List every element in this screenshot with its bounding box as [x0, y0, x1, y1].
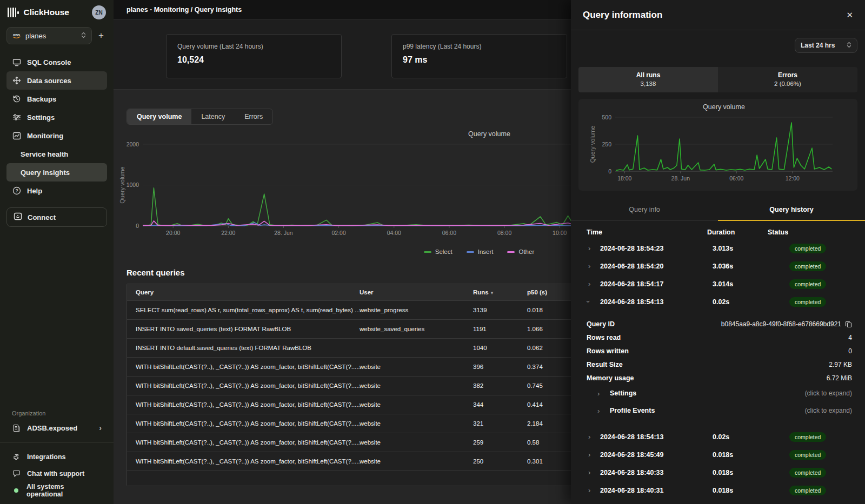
sidebar-item-query-insights[interactable]: Query insights: [6, 163, 107, 182]
query-id-value: b0845aa9-a8c9-49f0-8f68-e678669bd921: [721, 320, 841, 328]
query-cell: WITH bitShiftLeft(CAST(?..), _CAST(?..))…: [127, 382, 360, 389]
organization-item[interactable]: ADSB.exposed ›: [6, 419, 107, 437]
chevron-right-icon: ›: [597, 407, 610, 415]
card-value: 10,524: [177, 55, 330, 65]
svg-text:1000: 1000: [127, 182, 139, 188]
history-header-row: Time Duration Status: [578, 221, 857, 239]
svg-text:0: 0: [136, 223, 139, 229]
runs-cell: 344: [473, 401, 527, 408]
query-cell: WITH bitShiftLeft(CAST(?..), _CAST(?..))…: [127, 401, 360, 408]
svg-text:02:00: 02:00: [331, 230, 345, 236]
data-sources-icon: [12, 76, 21, 85]
query-cell: WITH bitShiftLeft(CAST(?..), _CAST(?..))…: [127, 364, 360, 370]
sidebar-item-monitoring[interactable]: Monitoring: [6, 126, 107, 145]
col-header-status: Status: [768, 229, 852, 236]
legend-label: Select: [435, 248, 453, 255]
copy-icon[interactable]: [845, 320, 852, 328]
settings-expandable[interactable]: › Settings (click to expand): [578, 385, 857, 402]
run-duration: 0.018s: [713, 487, 773, 494]
tab-query-history[interactable]: Query history: [718, 200, 865, 221]
time-range-value: Last 24 hrs: [801, 42, 835, 49]
status-dot-icon: [14, 488, 18, 493]
run-time: 2024-06-28 18:54:20: [600, 263, 713, 270]
time-range-select[interactable]: Last 24 hrs: [795, 38, 857, 53]
all-runs-tab[interactable]: All runs 3,138: [578, 67, 718, 92]
chevron-right-icon[interactable]: ›: [588, 468, 600, 476]
chat-support-item[interactable]: Chat with support: [6, 465, 107, 482]
sidebar-item-label: Settings: [27, 113, 55, 122]
stat-value: 3,138: [578, 80, 718, 87]
svg-text:0: 0: [608, 168, 611, 174]
status-badge: completed: [789, 261, 826, 271]
run-time: 2024-06-28 18:45:49: [600, 451, 713, 459]
svg-text:Query volume: Query volume: [119, 166, 125, 203]
chevron-right-icon[interactable]: ›: [588, 262, 600, 270]
workspace-name: planes: [25, 32, 46, 40]
run-duration: 0.018s: [713, 469, 773, 476]
run-time: 2024-06-28 18:54:23: [600, 245, 713, 252]
chevron-right-icon[interactable]: ›: [588, 244, 600, 252]
integrations-item[interactable]: Integrations: [6, 448, 107, 465]
legend-label: Insert: [478, 248, 494, 255]
mini-chart-svg[interactable]: 025050018:0028. Jun06:0012:00Query volum…: [584, 101, 838, 187]
insert-swatch-icon: [467, 251, 474, 253]
sidebar-item-sql-console[interactable]: SQL Console: [6, 53, 107, 71]
legend-item-other[interactable]: Other: [507, 248, 534, 255]
sliders-icon: [12, 113, 21, 121]
user-cell: website: [360, 364, 473, 370]
tab-query-info[interactable]: Query info: [571, 200, 718, 220]
result-size-row: Result Size 2.97 KB: [578, 358, 857, 371]
history-row[interactable]: › 2024-06-28 18:40:33 0.018s completed: [578, 463, 857, 481]
close-icon[interactable]: ✕: [846, 10, 853, 20]
history-row[interactable]: › 2024-06-28 18:54:13 0.02s completed: [578, 428, 857, 446]
tab-errors[interactable]: Errors: [235, 109, 272, 124]
sidebar-item-help[interactable]: ? Help: [6, 182, 107, 200]
col-header-query[interactable]: Query: [127, 289, 360, 295]
run-time: 2024-06-28 18:54:13: [600, 298, 713, 306]
history-row[interactable]: › 2024-06-28 18:54:23 3.013s completed: [578, 239, 857, 257]
chevron-right-icon: ›: [99, 424, 102, 432]
query-cell: WITH bitShiftLeft(CAST(?..), _CAST(?..))…: [127, 439, 360, 446]
sidebar-item-settings[interactable]: Settings: [6, 108, 107, 126]
runs-cell: 1191: [473, 326, 527, 332]
svg-text:aws: aws: [13, 33, 20, 37]
col-header-runs[interactable]: Runs▾: [473, 289, 527, 295]
history-row[interactable]: › 2024-06-28 18:54:17 3.014s completed: [578, 275, 857, 293]
chevron-updown-icon: [81, 32, 86, 40]
connect-button[interactable]: Connect: [6, 207, 107, 227]
status-badge: completed: [789, 468, 826, 478]
runs-cell: 321: [473, 420, 527, 427]
history-row[interactable]: › 2024-06-28 18:40:31 0.018s completed: [578, 481, 857, 499]
svg-text:10:00: 10:00: [553, 230, 567, 236]
sidebar-item-service-health[interactable]: Service health: [6, 145, 107, 163]
add-service-button[interactable]: +: [95, 30, 107, 41]
chevron-down-icon[interactable]: ›: [587, 298, 599, 306]
history-row[interactable]: › 2024-06-28 18:54:20 3.036s completed: [578, 257, 857, 275]
chevron-right-icon[interactable]: ›: [588, 433, 600, 441]
tab-query-volume[interactable]: Query volume: [127, 109, 191, 124]
user-cell: website_saved_queries: [360, 326, 473, 332]
svg-text:12:00: 12:00: [786, 175, 800, 182]
user-cell: website: [360, 439, 473, 446]
sidebar-item-data-sources[interactable]: Data sources: [6, 71, 107, 90]
legend-label: Other: [518, 248, 534, 255]
chevron-right-icon[interactable]: ›: [588, 451, 600, 459]
runs-cell: 1040: [473, 345, 527, 351]
system-status-item[interactable]: All systems operational: [6, 482, 107, 499]
legend-item-select[interactable]: Select: [424, 248, 453, 255]
errors-tab[interactable]: Errors 2 (0.06%): [718, 67, 857, 92]
avatar[interactable]: ZN: [92, 5, 106, 19]
chevron-right-icon[interactable]: ›: [588, 486, 600, 494]
sidebar-item-backups[interactable]: Backups: [6, 90, 107, 108]
profile-events-expandable[interactable]: › Profile Events (click to expand): [578, 402, 857, 419]
col-header-user[interactable]: User: [360, 289, 473, 295]
workspace-select[interactable]: aws planes: [6, 27, 92, 44]
system-status-label: All systems operational: [26, 483, 102, 498]
tab-latency[interactable]: Latency: [191, 109, 235, 124]
history-row-expanded[interactable]: › 2024-06-28 18:54:13 0.02s completed: [578, 293, 857, 311]
legend-item-insert[interactable]: Insert: [467, 248, 494, 255]
run-time: 2024-06-28 18:40:31: [600, 487, 713, 494]
svg-text:08:00: 08:00: [497, 230, 511, 236]
history-row[interactable]: › 2024-06-28 18:45:49 0.018s completed: [578, 446, 857, 463]
chevron-right-icon[interactable]: ›: [588, 280, 600, 288]
